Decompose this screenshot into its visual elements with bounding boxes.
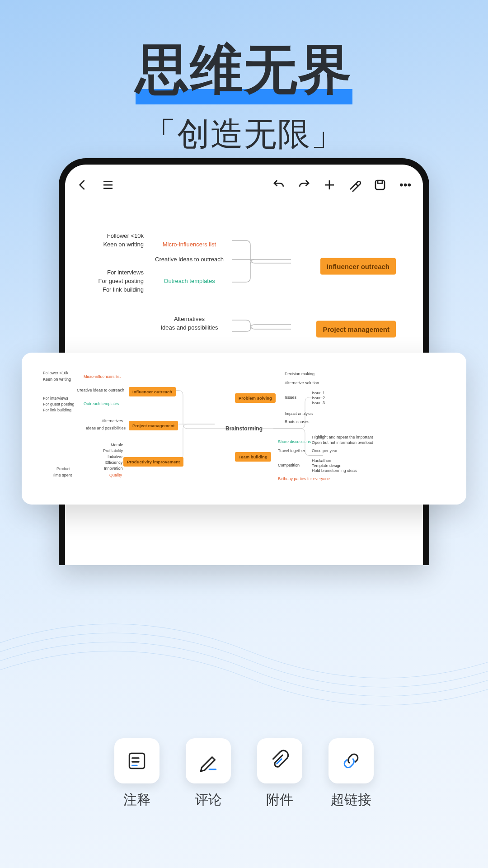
add-icon[interactable] [323, 178, 336, 192]
menu-icon[interactable] [101, 178, 115, 192]
mm-box[interactable]: Productivity improvement [123, 457, 183, 467]
mm-leaf: Once per year [312, 448, 338, 453]
editor-toolbar [65, 165, 423, 205]
svg-point-2 [404, 184, 406, 186]
mindmap-full[interactable]: Brainstorming Influencer outreach Projec… [32, 368, 456, 489]
redo-icon[interactable] [297, 178, 311, 192]
back-icon[interactable] [76, 178, 89, 192]
mm-mid: Travel together [278, 448, 305, 453]
mm-leaf: Issue 1 [312, 391, 325, 395]
headline-subtitle: 「创造无限」 [0, 113, 488, 156]
note-icon [126, 750, 148, 772]
mindmap-overview-card: Brainstorming Influencer outreach Projec… [22, 353, 466, 505]
mm-leaf: For interviews [79, 269, 146, 276]
pencil-icon [197, 750, 220, 772]
link-icon [340, 750, 362, 772]
mm-leaf: Keen on writing [79, 241, 146, 248]
mm-mid: Birthday parties for everyone [278, 476, 330, 481]
mm-leaf: Hold brainstorming ideas [312, 468, 357, 473]
mm-leaf: Follower <10k [43, 371, 68, 375]
mm-box[interactable]: Influencer outreach [320, 258, 396, 275]
clip-icon [268, 750, 291, 772]
undo-icon[interactable] [272, 178, 286, 192]
mm-leaf: Issue 3 [312, 401, 325, 405]
mm-leaf: Keen on writing [43, 377, 71, 382]
mm-center: Brainstorming [225, 425, 263, 432]
mm-box[interactable]: Influencer outreach [129, 387, 176, 396]
svg-point-3 [408, 184, 410, 186]
mm-mid: Alternatives [102, 419, 123, 423]
mm-mid: Ideas and possibilities [86, 426, 126, 430]
decorative-wave [0, 561, 488, 741]
feature-row: 注释 评论 附件 超链接 [0, 738, 488, 809]
mm-mid: Issues [285, 395, 296, 400]
mm-mid: Roots causes [285, 420, 310, 424]
mm-mid: Share discussions [278, 439, 311, 444]
mm-mid: Impact analysis [285, 411, 313, 416]
mm-box[interactable]: Project management [316, 321, 396, 338]
mm-leaf: Product [56, 467, 70, 471]
mm-mid: Quality [109, 473, 122, 477]
mm-box[interactable]: Team building [235, 452, 271, 462]
svg-rect-0 [375, 180, 385, 189]
feature-attachment[interactable]: 附件 [257, 738, 302, 809]
mm-leaf: Issue 2 [312, 396, 325, 400]
style-icon[interactable] [348, 178, 361, 192]
mm-mid: Decision making [285, 372, 314, 376]
mm-mid: Competition [278, 463, 300, 467]
mm-mid: Innovation [104, 466, 123, 471]
mm-leaf: For guest posting [43, 402, 75, 406]
mm-mid: Morale [111, 443, 123, 447]
mm-mid: Outreach templates [84, 401, 119, 406]
feature-comment[interactable]: 评论 [186, 738, 231, 809]
mm-mid: Efficiency [105, 460, 122, 465]
mm-leaf: For link building [79, 286, 146, 293]
mm-mid: Initiative [108, 454, 122, 459]
mm-leaf: Hackathon [312, 458, 331, 463]
mm-leaf: Template design [312, 463, 342, 468]
more-icon[interactable] [399, 178, 412, 192]
mm-leaf: Follower <10k [79, 232, 146, 239]
headline-title: 思维无界 [136, 34, 352, 106]
mm-box[interactable]: Problem solving [235, 393, 276, 403]
mm-leaf: For interviews [43, 396, 68, 401]
svg-point-1 [400, 184, 402, 186]
mm-mid: Micro-influencers list [84, 374, 121, 379]
mm-leaf: Time spent [52, 473, 72, 477]
save-icon[interactable] [373, 178, 387, 192]
mm-leaf: For guest posting [79, 278, 146, 284]
feature-hyperlink[interactable]: 超链接 [328, 738, 374, 809]
feature-note[interactable]: 注释 [114, 738, 160, 809]
mm-leaf: For link building [43, 408, 71, 412]
mm-leaf: Open but not information overload [312, 440, 373, 445]
mindmap-canvas[interactable]: Follower <10k Keen on writingMicro-influ… [65, 205, 423, 376]
mm-mid: Alternative solution [285, 381, 319, 385]
mm-mid: Creative ideas to outreach [77, 388, 124, 392]
mm-box[interactable]: Project management [129, 421, 178, 430]
mm-mid: Profitability [103, 448, 123, 453]
mm-leaf: Highlight and repeat the important [312, 435, 373, 439]
